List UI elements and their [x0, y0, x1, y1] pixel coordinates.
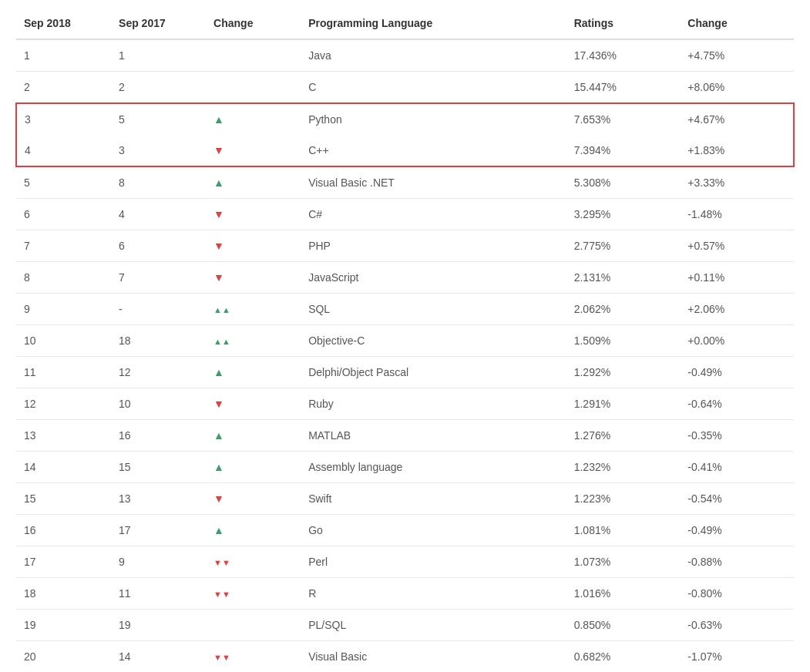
cell-sep2017: 11: [111, 578, 206, 610]
arrow-down-icon: ▼: [213, 398, 224, 410]
cell-ratings: 1.292%: [566, 357, 681, 388]
cell-language: JavaScript: [301, 262, 566, 294]
cell-ratings: 0.682%: [566, 641, 681, 673]
cell-sep2018: 8: [16, 262, 111, 294]
arrow-up-icon: ▲: [213, 176, 224, 189]
cell-change-value: +2.06%: [680, 294, 794, 325]
cell-sep2017: 7: [111, 262, 206, 294]
cell-sep2017: 18: [111, 325, 206, 357]
cell-ratings: 2.062%: [566, 294, 681, 325]
cell-ratings: 1.509%: [566, 325, 681, 357]
cell-sep2018: 15: [16, 483, 111, 515]
table-row: 9-▲▲SQL2.062%+2.06%: [16, 294, 794, 325]
table-row: 179▼▼Perl1.073%-0.88%: [16, 546, 794, 578]
cell-change-value: -0.64%: [680, 388, 794, 420]
cell-sep2018: 3: [16, 103, 111, 135]
cell-change-value: +0.57%: [680, 230, 794, 262]
cell-language: PHP: [301, 230, 566, 262]
cell-change-icon: ▼: [206, 388, 301, 420]
cell-change-value: +0.11%: [680, 262, 794, 294]
cell-sep2018: 20: [16, 641, 111, 673]
cell-sep2017: 4: [111, 199, 206, 230]
cell-language: PL/SQL: [301, 610, 566, 641]
header-sep2018: Sep 2018: [16, 8, 111, 39]
cell-change-icon: [206, 39, 301, 72]
cell-sep2018: 6: [16, 199, 111, 230]
cell-change-value: -0.54%: [680, 483, 794, 515]
table-row: 35▲Python7.653%+4.67%: [16, 103, 794, 135]
cell-sep2018: 1: [16, 39, 111, 72]
cell-sep2018: 2: [16, 72, 111, 104]
header-language: Programming Language: [301, 8, 566, 39]
cell-change-value: -0.49%: [680, 357, 794, 388]
cell-sep2018: 4: [16, 135, 111, 166]
cell-change-value: +4.67%: [680, 103, 794, 135]
table-row: 22C15.447%+8.06%: [16, 72, 794, 104]
cell-language: Assembly language: [301, 452, 566, 483]
arrow-up-icon: ▲: [213, 429, 224, 442]
table-row: 1018▲▲Objective-C1.509%+0.00%: [16, 325, 794, 357]
cell-sep2017: -: [111, 294, 206, 325]
cell-sep2018: 17: [16, 546, 111, 578]
table-row: 43▼C++7.394%+1.83%: [16, 135, 794, 166]
table-container: Sep 2018 Sep 2017 Change Programming Lan…: [0, 0, 810, 672]
table-row: 1919PL/SQL0.850%-0.63%: [16, 610, 794, 641]
table-row: 64▼C#3.295%-1.48%: [16, 199, 794, 230]
cell-ratings: 17.436%: [566, 39, 681, 72]
cell-language: C#: [301, 199, 566, 230]
cell-language: Delphi/Object Pascal: [301, 357, 566, 388]
cell-sep2017: 15: [111, 452, 206, 483]
cell-change-value: +0.00%: [680, 325, 794, 357]
cell-sep2017: 19: [111, 610, 206, 641]
cell-sep2018: 12: [16, 388, 111, 420]
cell-sep2018: 9: [16, 294, 111, 325]
cell-change-value: +3.33%: [680, 166, 794, 199]
table-header-row: Sep 2018 Sep 2017 Change Programming Lan…: [16, 8, 794, 39]
cell-change-icon: ▼: [206, 230, 301, 262]
header-change2: Change: [680, 8, 794, 39]
cell-sep2018: 13: [16, 420, 111, 452]
cell-change-icon: ▼: [206, 135, 301, 166]
cell-ratings: 2.131%: [566, 262, 681, 294]
arrow-down-icon: ▼: [213, 240, 224, 252]
cell-change-value: -0.41%: [680, 452, 794, 483]
cell-change-icon: ▲: [206, 515, 301, 546]
cell-change-icon: ▲▲: [206, 294, 301, 325]
cell-change-value: -1.07%: [680, 641, 794, 673]
cell-language: Swift: [301, 483, 566, 515]
cell-language: Visual Basic: [301, 641, 566, 673]
arrow-up-double-icon: ▲▲: [213, 337, 230, 346]
cell-sep2018: 18: [16, 578, 111, 610]
cell-language: C: [301, 72, 566, 104]
cell-sep2017: 5: [111, 103, 206, 135]
cell-change-icon: ▼▼: [206, 546, 301, 578]
cell-language: C++: [301, 135, 566, 166]
table-row: 58▲Visual Basic .NET5.308%+3.33%: [16, 166, 794, 199]
cell-sep2018: 10: [16, 325, 111, 357]
cell-language: Perl: [301, 546, 566, 578]
cell-change-value: -0.80%: [680, 578, 794, 610]
arrow-up-icon: ▲: [213, 113, 224, 126]
cell-ratings: 5.308%: [566, 166, 681, 199]
cell-change-value: +8.06%: [680, 72, 794, 104]
cell-sep2017: 8: [111, 166, 206, 199]
arrow-up-icon: ▲: [213, 461, 224, 473]
cell-ratings: 15.447%: [566, 72, 681, 104]
cell-ratings: 1.291%: [566, 388, 681, 420]
cell-change-icon: ▲: [206, 357, 301, 388]
table-row: 1415▲Assembly language1.232%-0.41%: [16, 452, 794, 483]
table-row: 1811▼▼R1.016%-0.80%: [16, 578, 794, 610]
cell-change-icon: ▲: [206, 420, 301, 452]
table-row: 11Java17.436%+4.75%: [16, 39, 794, 72]
cell-change-value: +4.75%: [680, 39, 794, 72]
cell-ratings: 1.232%: [566, 452, 681, 483]
cell-sep2017: 10: [111, 388, 206, 420]
cell-change-icon: ▲: [206, 103, 301, 135]
cell-sep2018: 7: [16, 230, 111, 262]
cell-sep2017: 17: [111, 515, 206, 546]
cell-change-icon: ▲▲: [206, 325, 301, 357]
cell-change-value: -0.49%: [680, 515, 794, 546]
cell-sep2017: 14: [111, 641, 206, 673]
cell-language: Java: [301, 39, 566, 72]
cell-sep2017: 12: [111, 357, 206, 388]
